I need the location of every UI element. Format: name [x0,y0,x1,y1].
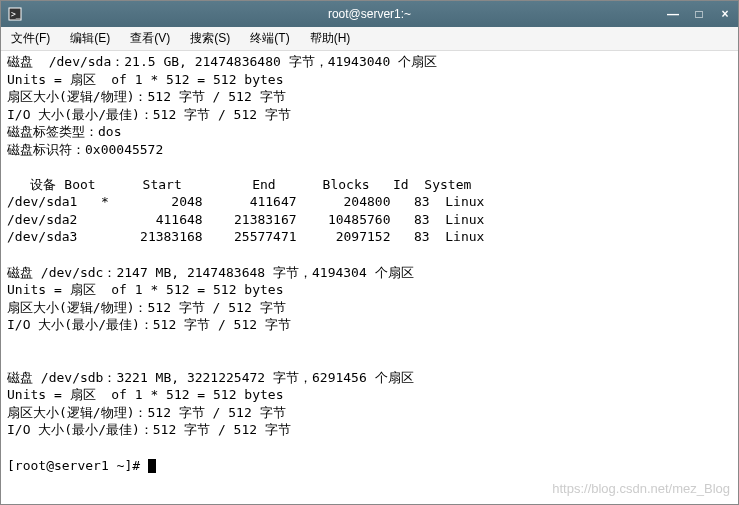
terminal-line: 磁盘标签类型：dos [7,124,121,139]
svg-text:>_: >_ [11,10,21,19]
menu-search[interactable]: 搜索(S) [186,28,234,49]
prompt: [root@server1 ~]# [7,458,148,473]
app-icon: >_ [7,6,23,22]
minimize-button[interactable]: — [664,5,682,23]
terminal-output[interactable]: 磁盘 /dev/sda：21.5 GB, 21474836480 字节，4194… [1,51,738,504]
terminal-line: /dev/sda1 * 2048 411647 204800 83 Linux [7,194,484,209]
menu-view[interactable]: 查看(V) [126,28,174,49]
terminal-line: Units = 扇区 of 1 * 512 = 512 bytes [7,72,283,87]
menu-edit[interactable]: 编辑(E) [66,28,114,49]
close-button[interactable]: × [716,5,734,23]
terminal-line: 扇区大小(逻辑/物理)：512 字节 / 512 字节 [7,405,286,420]
terminal-line: Units = 扇区 of 1 * 512 = 512 bytes [7,282,283,297]
terminal-line: 磁盘 /dev/sda：21.5 GB, 21474836480 字节，4194… [7,54,437,69]
menubar: 文件(F) 编辑(E) 查看(V) 搜索(S) 终端(T) 帮助(H) [1,27,738,51]
terminal-window: >_ root@server1:~ — □ × 文件(F) 编辑(E) 查看(V… [0,0,739,505]
terminal-line: 设备 Boot Start End Blocks Id System [7,177,471,192]
menu-file[interactable]: 文件(F) [7,28,54,49]
terminal-line: /dev/sda2 411648 21383167 10485760 83 Li… [7,212,484,227]
terminal-line: 磁盘 /dev/sdc：2147 MB, 2147483648 字节，41943… [7,265,414,280]
menu-help[interactable]: 帮助(H) [306,28,355,49]
maximize-button[interactable]: □ [690,5,708,23]
terminal-line: I/O 大小(最小/最佳)：512 字节 / 512 字节 [7,107,291,122]
terminal-line: I/O 大小(最小/最佳)：512 字节 / 512 字节 [7,317,291,332]
terminal-line: 磁盘标识符：0x00045572 [7,142,163,157]
terminal-line: 磁盘 /dev/sdb：3221 MB, 3221225472 字节，62914… [7,370,414,385]
window-controls: — □ × [664,5,734,23]
menu-terminal[interactable]: 终端(T) [246,28,293,49]
terminal-line: 扇区大小(逻辑/物理)：512 字节 / 512 字节 [7,89,286,104]
terminal-line: I/O 大小(最小/最佳)：512 字节 / 512 字节 [7,422,291,437]
terminal-line: /dev/sda3 21383168 25577471 2097152 83 L… [7,229,484,244]
terminal-line: 扇区大小(逻辑/物理)：512 字节 / 512 字节 [7,300,286,315]
terminal-line: Units = 扇区 of 1 * 512 = 512 bytes [7,387,283,402]
titlebar: >_ root@server1:~ — □ × [1,1,738,27]
cursor-icon [148,459,156,473]
window-title: root@server1:~ [328,7,411,21]
watermark: https://blog.csdn.net/mez_Blog [552,480,730,498]
